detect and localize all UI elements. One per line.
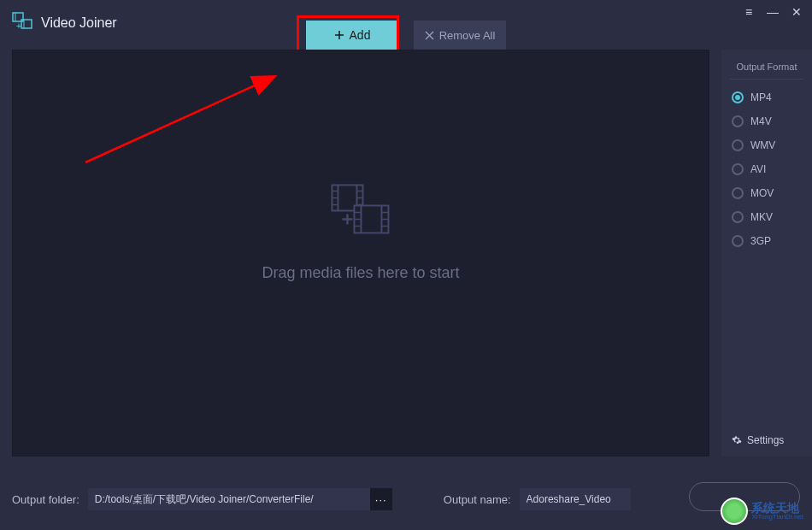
media-files-icon (327, 184, 395, 244)
browse-button[interactable]: ··· (370, 488, 392, 510)
watermark-sub: XiTongTianDi.net (751, 514, 803, 521)
settings-button[interactable]: Settings (732, 434, 784, 446)
gear-icon (732, 435, 742, 445)
watermark-logo-icon (721, 498, 748, 525)
dropzone-hint: Drag media files here to start (262, 264, 459, 282)
format-radio-label: MP4 (750, 91, 772, 103)
dropzone-center: Drag media files here to start (262, 184, 459, 282)
format-radio-label: AVI (750, 163, 766, 175)
remove-all-label: Remove All (439, 29, 496, 42)
format-radio-label: MKV (750, 211, 773, 223)
format-radio-label: MOV (750, 187, 774, 199)
settings-label: Settings (747, 434, 784, 446)
app-logo-icon: + (12, 12, 34, 34)
remove-all-button[interactable]: Remove All (414, 21, 506, 50)
add-button[interactable]: Add (306, 21, 398, 50)
output-folder-label: Output folder: (12, 493, 79, 506)
format-radio-mp4[interactable]: MP4 (732, 91, 802, 103)
watermark-text: 系统天地 XiTongTianDi.net (751, 502, 803, 521)
radio-icon (732, 211, 744, 223)
svg-text:+: + (16, 21, 21, 31)
toolbar: Add Remove All (306, 21, 506, 50)
watermark: 系统天地 XiTongTianDi.net (721, 498, 803, 525)
output-folder-group: ··· (88, 488, 392, 510)
radio-icon (732, 235, 744, 247)
format-radio-mkv[interactable]: MKV (732, 211, 802, 223)
app-logo: + Video Joiner (12, 12, 117, 34)
add-button-label: Add (350, 28, 371, 42)
format-radio-list: MP4M4VWMVAVIMOVMKV3GP (721, 88, 812, 250)
menu-icon[interactable]: ≡ (742, 5, 756, 19)
format-radio-label: M4V (750, 115, 772, 127)
minimize-icon[interactable]: — (766, 5, 780, 19)
watermark-main: 系统天地 (751, 502, 803, 514)
close-icon[interactable]: ✕ (790, 5, 803, 19)
window-controls: ≡ — ✕ (742, 5, 803, 19)
format-radio-mov[interactable]: MOV (732, 187, 802, 199)
format-radio-label: 3GP (750, 235, 771, 247)
output-name-label: Output name: (444, 493, 511, 506)
output-format-title: Output Format (730, 62, 803, 80)
format-radio-avi[interactable]: AVI (732, 163, 802, 175)
format-radio-m4v[interactable]: M4V (732, 115, 802, 127)
dropzone[interactable]: Drag media files here to start (12, 50, 709, 456)
radio-icon (732, 91, 744, 103)
format-radio-label: WMV (750, 139, 775, 151)
output-folder-input[interactable] (88, 488, 370, 510)
radio-icon (732, 115, 744, 127)
x-icon (425, 31, 434, 40)
plus-icon (334, 30, 344, 40)
output-format-panel: Output Format MP4M4VWMVAVIMOVMKV3GP Sett… (721, 50, 812, 456)
radio-icon (732, 187, 744, 199)
radio-icon (732, 139, 744, 151)
format-radio-3gp[interactable]: 3GP (732, 235, 802, 247)
app-title: Video Joiner (41, 15, 117, 31)
output-name-input[interactable] (520, 488, 631, 510)
radio-icon (732, 163, 744, 175)
bottombar: Output folder: ··· Output name: (0, 468, 812, 530)
format-radio-wmv[interactable]: WMV (732, 139, 802, 151)
